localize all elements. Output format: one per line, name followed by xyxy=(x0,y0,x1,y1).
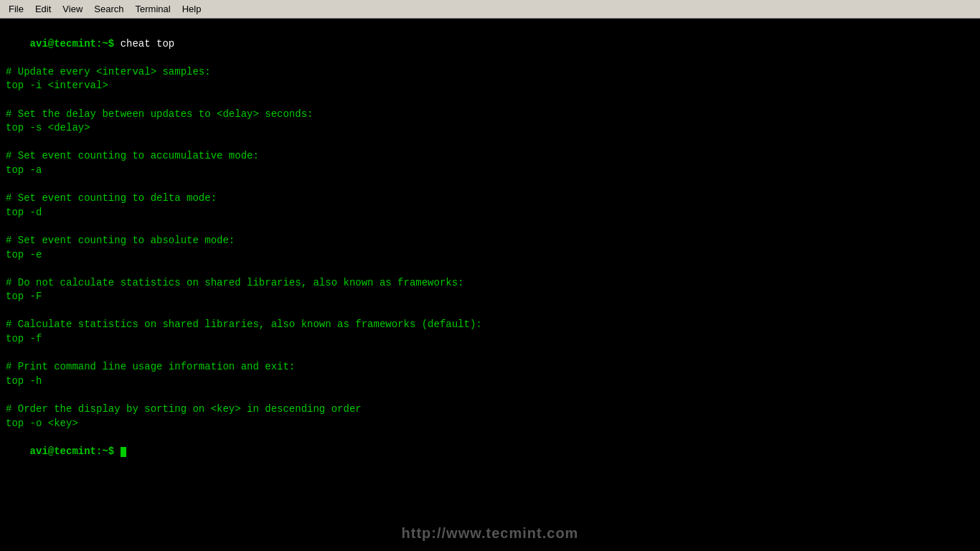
terminal-output: # Update every <interval> samples:top -i… xyxy=(6,65,974,430)
terminal-line: top -f xyxy=(6,332,974,347)
terminal-line: # Set the delay between updates to <dela… xyxy=(6,108,974,122)
menubar: FileEditViewSearchTerminalHelp xyxy=(0,0,980,19)
terminal-line xyxy=(6,220,974,234)
menu-terminal[interactable]: Terminal xyxy=(130,2,176,16)
terminal-last-line: avi@tecmint:~$ xyxy=(6,430,974,473)
terminal-line xyxy=(6,262,974,276)
terminal-line: # Set event counting to delta mode: xyxy=(6,192,974,206)
terminal-line: top -s <delay> xyxy=(6,121,974,136)
menu-search[interactable]: Search xyxy=(88,2,129,16)
terminal-line xyxy=(6,347,974,361)
terminal-line: top -F xyxy=(6,290,974,304)
terminal-line: # Set event counting to accumulative mod… xyxy=(6,149,974,164)
terminal-line: # Order the display by sorting on <key> … xyxy=(6,402,974,417)
terminal-first-line: avi@tecmint:~$ cheat top xyxy=(6,23,974,65)
terminal-line xyxy=(6,136,974,150)
terminal-line: # Do not calculate statistics on shared … xyxy=(6,276,974,291)
menu-view[interactable]: View xyxy=(57,2,88,16)
menu-edit[interactable]: Edit xyxy=(29,2,57,16)
terminal-line xyxy=(6,178,974,192)
terminal-line: top -e xyxy=(6,248,974,263)
prompt-1: avi@tecmint:~$ xyxy=(30,38,121,50)
menu-file[interactable]: File xyxy=(3,2,29,16)
command-text: cheat top xyxy=(121,38,175,50)
terminal-line xyxy=(6,304,974,319)
terminal-line: # Set event counting to absolute mode: xyxy=(6,234,974,248)
terminal-line: top -h xyxy=(6,375,974,389)
terminal-line: # Calculate statistics on shared librari… xyxy=(6,318,974,332)
cursor xyxy=(121,447,126,457)
terminal-line: top -a xyxy=(6,164,974,178)
prompt-2: avi@tecmint:~$ xyxy=(30,446,121,457)
watermark-text: http://www.tecmint.com xyxy=(402,525,579,542)
terminal-window: avi@tecmint:~$ cheat top # Update every … xyxy=(0,19,980,515)
terminal-line: top -i <interval> xyxy=(6,79,974,93)
terminal-line: top -d xyxy=(6,206,974,220)
terminal-line: # Print command line usage information a… xyxy=(6,360,974,375)
terminal-line xyxy=(6,93,974,108)
terminal-line: top -o <key> xyxy=(6,417,974,431)
terminal-line xyxy=(6,388,974,402)
menu-help[interactable]: Help xyxy=(176,2,207,16)
terminal-line: # Update every <interval> samples: xyxy=(6,65,974,80)
footer: http://www.tecmint.com xyxy=(0,515,980,551)
